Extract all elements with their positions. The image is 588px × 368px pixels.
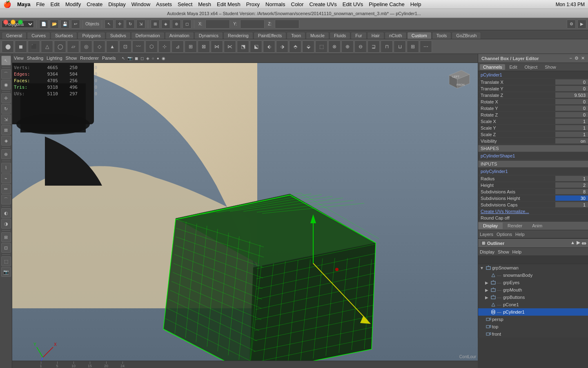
- ch-val-sy[interactable]: 1: [555, 125, 588, 130]
- shelf-icon-merge[interactable]: ⋈: [211, 40, 223, 53]
- minimize-button[interactable]: [11, 20, 16, 25]
- shelf-icon-dots[interactable]: ⋯: [420, 40, 432, 53]
- shelf-icon-cone[interactable]: △: [41, 40, 53, 53]
- tab-channels[interactable]: Channels: [480, 64, 505, 70]
- coord-z-input[interactable]: [275, 20, 299, 29]
- outliner-search-input[interactable]: [480, 258, 586, 263]
- shelf-icon-helix[interactable]: 〰: [132, 40, 145, 53]
- shelf-icon-edit3[interactable]: ⊞: [185, 40, 197, 53]
- menu-edit-mesh[interactable]: Edit Mesh: [217, 1, 241, 7]
- ch-val-tz[interactable]: 9.503: [555, 92, 588, 98]
- shelf-icon-bridge[interactable]: ⬖: [263, 40, 275, 53]
- ch-val-vis[interactable]: on: [555, 138, 588, 144]
- rotate-tool[interactable]: ↻: [1, 104, 11, 114]
- tab-polygons[interactable]: Polygons: [78, 32, 105, 39]
- camera-tool[interactable]: 📷: [1, 267, 11, 277]
- move-tool[interactable]: ✛: [1, 93, 11, 103]
- ol-item-grpsnowman[interactable]: ▼ grpSnowman: [478, 264, 588, 272]
- shelf-icon-uv1[interactable]: ⊒: [368, 40, 380, 53]
- tab-show[interactable]: Show: [541, 64, 559, 70]
- viewport3d[interactable]: ⬚: [1, 256, 11, 266]
- snap-point-button[interactable]: ⊕: [172, 20, 181, 29]
- outliner-scroll-up[interactable]: ▲: [570, 240, 575, 247]
- shelf-icon-extrude[interactable]: ⬕: [250, 40, 262, 53]
- vp-menu-view[interactable]: View: [14, 56, 24, 61]
- maximize-button[interactable]: [18, 20, 23, 25]
- vp-icon-light2[interactable]: ●: [156, 56, 160, 61]
- rotate-tool-button[interactable]: ↻: [126, 20, 135, 29]
- curve-cv[interactable]: ⌇: [1, 163, 11, 173]
- ol-menu-display[interactable]: Display: [480, 249, 494, 254]
- paint-tool[interactable]: ◑: [1, 219, 11, 229]
- shelf-icon-boolean[interactable]: ⊗: [328, 40, 341, 53]
- menu-select[interactable]: Select: [178, 1, 192, 7]
- menu-color[interactable]: Color: [291, 1, 304, 7]
- shelf-icon-uv2[interactable]: ⊓: [381, 40, 393, 53]
- channel-box-settings-icon[interactable]: ⚙: [575, 56, 579, 61]
- tab-tools[interactable]: Tools: [432, 32, 452, 39]
- outliner-collapse-all[interactable]: ⊞: [480, 240, 487, 246]
- tab-ncloth[interactable]: nCloth: [385, 32, 407, 39]
- ch-val-ty[interactable]: 0: [555, 86, 588, 91]
- shelf-icon-cylinder[interactable]: ⬛: [28, 40, 40, 53]
- snap-curve-button[interactable]: ◈: [161, 20, 170, 29]
- shelf-icon-reduce[interactable]: ⬙: [302, 40, 314, 53]
- ch-val-sx[interactable]: 1: [555, 119, 588, 124]
- shelf-icon-fill[interactable]: ⬗: [276, 40, 288, 53]
- scale-tool[interactable]: ⇲: [1, 114, 11, 124]
- ch-val-height[interactable]: 2: [555, 182, 588, 188]
- shelf-icon-pyramid[interactable]: ▲: [106, 40, 118, 53]
- save-scene-button[interactable]: 💾: [60, 20, 69, 29]
- ol-item-grpbuttons[interactable]: ▶ — grpButtons: [478, 294, 588, 301]
- shelf-icon-sphere[interactable]: ⬤: [2, 40, 14, 53]
- vp-menu-lighting[interactable]: Lighting: [47, 56, 62, 61]
- tab-curves[interactable]: Curves: [27, 32, 50, 39]
- scale-tool-button[interactable]: ⇲: [136, 20, 145, 29]
- menu-create[interactable]: Create: [87, 1, 102, 7]
- apple-menu[interactable]: 🍎: [3, 0, 11, 8]
- outliner-scroll-right[interactable]: ▶: [577, 240, 580, 247]
- scene-area[interactable]: X Y Z Verts: 4665 250 0 Edges: 9364 504: [12, 63, 478, 361]
- translate-tool-button[interactable]: ✛: [115, 20, 124, 29]
- menu-mesh[interactable]: Mesh: [198, 1, 211, 7]
- snap-surface-button[interactable]: ◻: [183, 20, 192, 29]
- shelf-icon-split[interactable]: ⋉: [224, 40, 236, 53]
- shelf-icon-edit4[interactable]: ⊠: [198, 40, 210, 53]
- shelf-icon-torus[interactable]: ◯: [54, 40, 66, 53]
- ch-val-radius[interactable]: 1: [555, 176, 588, 181]
- vp-icon-select[interactable]: ↖: [121, 56, 126, 61]
- lasso-tool[interactable]: ⌒: [1, 69, 11, 79]
- vp-icon-solid[interactable]: ◼: [134, 56, 139, 61]
- vp-icon-light3[interactable]: ◉: [161, 56, 166, 61]
- shelf-icon-checker[interactable]: ⊞: [407, 40, 419, 53]
- menu-edit-uvs[interactable]: Edit UVs: [343, 1, 363, 7]
- create-uvs-link[interactable]: Create UVs Normalize...: [478, 208, 532, 215]
- curve-ep[interactable]: ⌁: [1, 173, 11, 183]
- pencil-curve[interactable]: ✏: [1, 184, 11, 194]
- shelf-icon-mirror[interactable]: ⬚: [315, 40, 327, 53]
- shelf-icon-edit1[interactable]: ⊹: [158, 40, 171, 53]
- show-manip[interactable]: ⊕: [1, 149, 11, 159]
- menu-proxy[interactable]: Proxy: [246, 1, 260, 7]
- render-settings-button[interactable]: ⚙: [567, 20, 576, 29]
- ol-item-grpeyes[interactable]: ▶ — grpEyes: [478, 279, 588, 286]
- ch-val-tx[interactable]: 0: [555, 79, 588, 85]
- tab-subdivs[interactable]: Subdivs: [106, 32, 131, 39]
- menu-file[interactable]: File: [36, 1, 45, 7]
- menu-edit[interactable]: Edit: [50, 1, 59, 7]
- ch-val-subdiv-caps[interactable]: 1: [555, 202, 588, 207]
- ol-item-front[interactable]: ▶ front: [478, 330, 588, 338]
- ol-item-pcone1[interactable]: ▶ — pCone1: [478, 301, 588, 308]
- tab-object[interactable]: Object: [521, 64, 541, 70]
- expand-grpmouth[interactable]: ▶: [484, 287, 490, 293]
- sculpt-tool[interactable]: ◐: [1, 208, 11, 218]
- disp-tab-anim[interactable]: Anim: [527, 222, 547, 229]
- tab-hair[interactable]: Hair: [367, 32, 384, 39]
- ch-val-rz[interactable]: 0: [555, 112, 588, 117]
- ol-item-top[interactable]: ▶ top: [478, 323, 588, 330]
- select-tool[interactable]: ↖: [1, 56, 11, 65]
- paint-select-tool[interactable]: ◉: [1, 80, 11, 90]
- disp-tab-render[interactable]: Render: [503, 222, 527, 229]
- lattice-tool[interactable]: ⊞: [1, 232, 11, 242]
- vp-menu-shading[interactable]: Shading: [27, 56, 43, 61]
